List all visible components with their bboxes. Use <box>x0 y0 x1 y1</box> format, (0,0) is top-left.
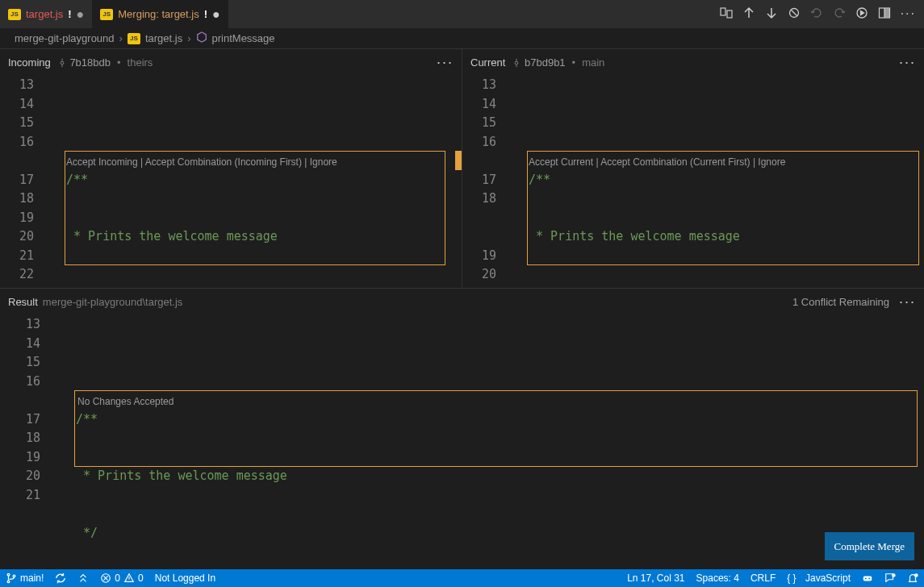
result-header: Result merge-git-playground\target.js 1 … <box>0 288 924 315</box>
js-icon: JS <box>128 33 140 44</box>
tab-dirty-indicator[interactable]: ● <box>77 10 85 19</box>
tab-target-js[interactable]: JS target.js ! ● <box>0 0 92 28</box>
status-sync[interactable] <box>49 569 72 587</box>
tab-title: Merging: target.js <box>118 8 199 20</box>
js-icon: JS <box>8 9 21 20</box>
breadcrumb[interactable]: merge-git-playground › JS target.js › pr… <box>0 28 924 48</box>
code: /** * Prints the welcome message */ func… <box>76 315 924 569</box>
editor-title-actions: ··· <box>720 6 924 22</box>
tabs-bar: JS target.js ! ● JS Merging: target.js !… <box>0 0 924 28</box>
editor-incoming[interactable]: 131415161718192021222324 Accept Incoming… <box>0 76 462 288</box>
discard-icon[interactable] <box>788 6 801 22</box>
svg-point-14 <box>868 578 870 580</box>
pane-more-icon[interactable]: ··· <box>899 54 916 71</box>
branch-name: main <box>582 56 604 69</box>
svg-point-13 <box>865 578 867 580</box>
gutter: 13141516171819202122 <box>462 76 509 288</box>
pane-header-incoming: Incoming 7b18bdb • theirs ··· <box>0 48 462 76</box>
redo-icon <box>833 6 846 22</box>
editor-result[interactable]: 131415161718192021 No Changes Accepted /… <box>0 315 924 569</box>
status-login[interactable]: Not Logged In <box>149 569 221 587</box>
svg-point-7 <box>515 61 518 65</box>
svg-rect-1 <box>727 10 732 18</box>
breadcrumb-root[interactable]: merge-git-playground <box>15 32 115 44</box>
svg-point-16 <box>915 574 918 577</box>
chevron-right-icon: › <box>119 32 123 44</box>
tab-modified-indicator: ! <box>204 8 207 20</box>
method-icon <box>196 31 207 45</box>
svg-point-9 <box>7 581 10 583</box>
gutter: 131415161718192021222324 <box>0 76 47 288</box>
tab-dirty-indicator[interactable]: ● <box>212 10 220 19</box>
svg-rect-12 <box>863 576 872 581</box>
pane-more-icon[interactable]: ··· <box>437 54 454 71</box>
chevron-right-icon: › <box>187 32 190 44</box>
more-actions-icon[interactable]: ··· <box>901 6 916 22</box>
breadcrumb-file[interactable]: target.js <box>145 32 182 44</box>
code: /** * Prints the welcome message */ func… <box>529 76 924 288</box>
conflicts-remaining: 1 Conflict Remaining <box>792 296 889 308</box>
status-problems[interactable]: 0 0 <box>94 569 148 587</box>
gutter: 131415161718192021 <box>6 315 53 505</box>
editor-current[interactable]: 13141516171819202122 Accept Current | Ac… <box>462 76 924 288</box>
commit-ref[interactable]: 7b18bdb <box>57 56 111 69</box>
undo-icon <box>810 6 823 22</box>
pane-header-current: Current b7bd9b1 • main ··· <box>462 48 924 76</box>
arrow-down-icon[interactable] <box>765 6 778 22</box>
run-icon[interactable] <box>855 6 868 22</box>
status-cursor[interactable]: Ln 17, Col 31 <box>621 569 690 587</box>
tab-title: target.js <box>26 8 63 20</box>
tab-merging-target-js[interactable]: JS Merging: target.js ! ● <box>92 0 228 28</box>
pane-title: Incoming <box>8 56 51 69</box>
complete-merge-button[interactable]: Complete Merge <box>825 532 915 561</box>
arrow-up-icon[interactable] <box>742 6 755 22</box>
result-path: merge-git-playground\target.js <box>43 296 182 308</box>
compare-files-icon[interactable] <box>720 6 733 22</box>
svg-point-10 <box>13 575 15 577</box>
pane-incoming: Incoming 7b18bdb • theirs ··· 1314151617… <box>0 48 462 288</box>
svg-rect-0 <box>721 8 725 15</box>
svg-point-15 <box>893 574 896 577</box>
breadcrumb-symbol[interactable]: printMessage <box>212 32 275 44</box>
status-copilot-icon[interactable] <box>856 569 879 587</box>
result-title: Result <box>8 296 38 308</box>
status-debug[interactable] <box>72 569 94 587</box>
merge-top-panes: Incoming 7b18bdb • theirs ··· 1314151617… <box>0 48 924 288</box>
branch-name: theirs <box>128 56 153 69</box>
status-language[interactable]: { } JavaScript <box>781 569 856 587</box>
tab-modified-indicator: ! <box>68 8 71 20</box>
status-bar: main! 0 0 Not Logged In Ln 17, Col 31 Sp… <box>0 569 924 587</box>
svg-point-8 <box>7 573 10 576</box>
status-spaces[interactable]: Spaces: 4 <box>691 569 745 587</box>
svg-point-6 <box>61 61 64 65</box>
js-icon: JS <box>100 9 113 20</box>
pane-title: Current <box>470 56 505 69</box>
split-editor-icon[interactable] <box>878 6 891 22</box>
status-feedback-icon[interactable] <box>879 569 901 587</box>
status-eol[interactable]: CRLF <box>745 569 781 587</box>
pane-current: Current b7bd9b1 • main ··· 1314151617181… <box>462 48 924 288</box>
code: /** * Prints the welcome message */ func… <box>66 76 462 288</box>
result-more-icon[interactable]: ··· <box>899 294 916 310</box>
svg-rect-5 <box>884 9 888 17</box>
status-bell-icon[interactable] <box>901 569 924 587</box>
status-branch[interactable]: main! <box>0 569 49 587</box>
commit-ref[interactable]: b7bd9b1 <box>512 56 565 69</box>
